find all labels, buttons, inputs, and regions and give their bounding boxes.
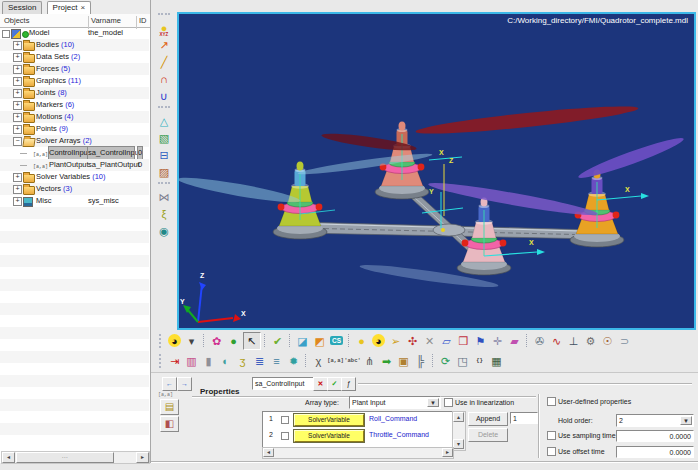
model-checkbox[interactable]: [2, 30, 10, 38]
user-defined-checkbox[interactable]: [547, 397, 556, 406]
tree-item-label[interactable]: PlantOutput: [49, 159, 89, 171]
right-prop-long[interactable]: [427, 178, 598, 220]
tree-row-controlinput[interactable]: [a,a]ControlInputsa_ControlInput0: [0, 147, 149, 159]
tree-item-label[interactable]: Joints (8): [36, 87, 67, 99]
gear-dial-tool-icon[interactable]: ⚙: [583, 333, 599, 349]
expand-icon[interactable]: +: [13, 197, 22, 206]
expand-icon[interactable]: +: [13, 113, 22, 122]
properties-tab-label[interactable]: Properties: [197, 387, 243, 396]
sphere-paint-tool-icon[interactable]: ◐: [218, 353, 234, 369]
appearance-editor-icon[interactable]: ◧: [160, 416, 179, 432]
tree-row-joints[interactable]: +Joints (8): [0, 87, 149, 99]
cosim-sync-tool-icon[interactable]: ⟳: [438, 353, 454, 369]
com-dropdown-caret-icon[interactable]: ▾: [184, 333, 200, 349]
tab-session[interactable]: Session: [2, 1, 42, 14]
tree-row-model[interactable]: Modelthe_model: [0, 27, 149, 39]
tree-item-label[interactable]: Forces (5): [36, 63, 70, 75]
image-view-tool-icon[interactable]: ◪: [295, 333, 311, 349]
toolbar-grip[interactable]: [159, 354, 163, 368]
left-prop-left[interactable]: [179, 173, 301, 206]
spring-damper-tool-icon[interactable]: ʒ: [235, 353, 251, 369]
linearization-checkbox[interactable]: [444, 398, 453, 407]
cancel-button[interactable]: ✕: [313, 377, 328, 391]
collapse-icon[interactable]: −: [13, 137, 22, 146]
toolbar-grip[interactable]: [158, 106, 170, 110]
quadrotor-frame[interactable]: [300, 183, 597, 262]
com-marker-tool-icon[interactable]: ◕: [168, 334, 181, 347]
machinery-tool-icon[interactable]: ▣: [396, 353, 412, 369]
delete-button[interactable]: Delete: [468, 428, 508, 442]
link-tool-icon[interactable]: ⊃: [617, 333, 633, 349]
append-count-field[interactable]: 1: [510, 412, 538, 424]
hold-order-dropdown[interactable]: 2▼: [616, 414, 694, 427]
tree-item-label[interactable]: Motions (4): [36, 111, 74, 123]
scroll-right-icon[interactable]: ▸: [136, 452, 149, 463]
figure-tool-icon[interactable]: ⋔: [362, 353, 378, 369]
tree-row-misc[interactable]: +Miscsys_misc: [0, 195, 149, 207]
solver-variable-button[interactable]: SolverVariable: [294, 430, 364, 442]
force-arrow-tool-icon[interactable]: ➢: [388, 333, 404, 349]
function-builder-button[interactable]: ƒ: [341, 377, 356, 391]
gear-pair-tool-icon[interactable]: ≡: [269, 353, 285, 369]
toolbar-grip[interactable]: [158, 182, 170, 186]
tree-row-plantoutput[interactable]: [a,a]PlantOutputsa_PlantOutput0: [0, 159, 149, 171]
joint-tool-icon[interactable]: ⋈: [156, 189, 172, 205]
variable-row-1[interactable]: 1SolverVariableRoll_Command: [263, 412, 453, 428]
tree-item-label[interactable]: Misc: [36, 195, 51, 207]
expand-icon[interactable]: +: [13, 173, 22, 182]
scroll-down-icon[interactable]: ▾: [453, 439, 464, 449]
tree-item-label[interactable]: Bodies (10): [36, 39, 74, 51]
chevron-down-icon[interactable]: ▼: [427, 398, 439, 407]
variable-name[interactable]: Throttle_Command: [369, 431, 429, 438]
list-vertical-scrollbar[interactable]: ▴ ▾: [452, 411, 466, 451]
sampling-time-checkbox[interactable]: [547, 431, 556, 440]
construction-spline-tool-icon[interactable]: ∪: [156, 88, 172, 104]
toolbar-grip[interactable]: [158, 13, 170, 17]
offset-time-field[interactable]: 0.0000: [616, 446, 694, 458]
row-checkbox[interactable]: [281, 432, 289, 440]
chevron-down-icon[interactable]: ▼: [680, 416, 692, 425]
nav-back-button[interactable]: ←: [162, 377, 177, 391]
camera-tool-icon[interactable]: ✇: [532, 333, 548, 349]
image-warning-tool-icon[interactable]: ◩: [312, 333, 328, 349]
tree-row-forces[interactable]: +Forces (5): [0, 63, 149, 75]
tree-item-label[interactable]: Solver Variables (10): [36, 171, 105, 183]
plot-editor-icon[interactable]: ▤: [160, 399, 179, 415]
sphere-marker-tool-icon[interactable]: ●: [354, 333, 370, 349]
cylinder-tool-icon[interactable]: ▮: [201, 353, 217, 369]
tree-item-label[interactable]: Vectors (3): [36, 183, 72, 195]
tree-row-data-sets[interactable]: +Data Sets (2): [0, 51, 149, 63]
tree-row-points[interactable]: +Points (9): [0, 123, 149, 135]
toolbar-grip[interactable]: [159, 334, 163, 348]
cross-marker-tool-icon[interactable]: ✛: [490, 333, 506, 349]
propeller-tool-icon[interactable]: ✣: [405, 333, 421, 349]
construction-arrow-tool-icon[interactable]: ↗: [156, 37, 172, 53]
tab-project[interactable]: Project×: [47, 1, 92, 15]
tree-row-graphics[interactable]: +Graphics (11): [0, 75, 149, 87]
render-sphere-tool-icon[interactable]: ●: [226, 333, 242, 349]
spring-tool-icon[interactable]: ξ: [156, 206, 172, 222]
array-type-dropdown[interactable]: Plant Input▼: [349, 396, 441, 409]
impact-arrow-tool-icon[interactable]: ⇥: [167, 353, 183, 369]
layers-plane-tool-icon[interactable]: ▱: [439, 333, 455, 349]
scroll-thumb[interactable]: ⋯: [16, 452, 114, 463]
append-button[interactable]: Append: [468, 412, 508, 426]
expand-icon[interactable]: +: [13, 125, 22, 134]
cs-view-tool-icon[interactable]: CS: [329, 333, 345, 349]
solver-variable-button[interactable]: SolverVariable: [294, 414, 364, 426]
string-tool-icon[interactable]: 'abc': [345, 353, 361, 369]
3d-viewport[interactable]: C:/Working_directory/FMI/Quadrotor_compl…: [177, 12, 696, 330]
row-checkbox[interactable]: [281, 416, 289, 424]
measure-wave-tool-icon[interactable]: ∿: [549, 333, 565, 349]
clamp-tool-icon[interactable]: ⊥: [566, 333, 582, 349]
tree-item-label[interactable]: ControlInput: [49, 147, 90, 159]
tree-item-label[interactable]: Markers (6): [36, 99, 74, 111]
contact-star-tool-icon[interactable]: ✹: [286, 353, 302, 369]
variable-row-2[interactable]: 2SolverVariableThrottle_Command: [263, 428, 453, 444]
rear-prop-right[interactable]: [415, 101, 639, 138]
offset-time-checkbox[interactable]: [547, 447, 556, 456]
list-horizontal-scrollbar[interactable]: ◂ ▸: [262, 447, 454, 459]
tree-item-label[interactable]: Solver Arrays (2): [36, 135, 92, 147]
sampling-time-field[interactable]: 0.0000: [616, 430, 694, 442]
table-grid-tool-icon[interactable]: ▦: [489, 353, 505, 369]
